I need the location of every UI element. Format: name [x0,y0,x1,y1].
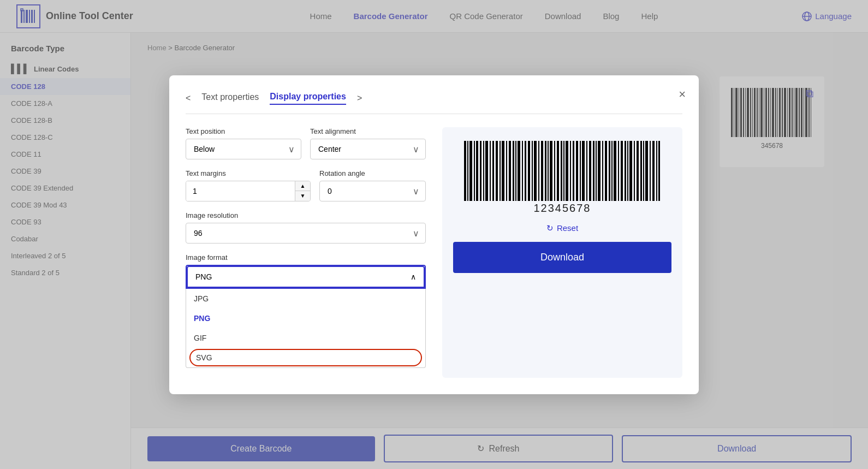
svg-rect-57 [500,141,501,201]
svg-rect-107 [658,141,660,201]
text-position-label: Text position [186,127,301,135]
svg-rect-58 [502,141,504,201]
modal-body: Text position Above Below None Text alig… [186,127,682,378]
svg-rect-75 [557,141,559,201]
svg-rect-90 [605,141,607,201]
image-resolution-select[interactable]: 96 150 300 [186,223,426,244]
image-resolution-select-wrapper: 96 150 300 [186,223,426,244]
image-format-open-trigger[interactable]: PNG ∧ [187,266,425,288]
svg-rect-60 [509,141,511,201]
format-option-gif[interactable]: GIF [186,328,425,348]
svg-rect-47 [467,141,468,201]
svg-rect-56 [496,141,498,201]
modal-prev-arrow[interactable]: < [186,93,191,103]
svg-rect-74 [554,141,555,201]
rotation-angle-group: Rotation angle 0 90 180 270 [319,169,426,201]
modal-overlay[interactable]: < Text properties Display properties > ×… [0,0,868,469]
svg-rect-96 [625,141,626,201]
svg-rect-55 [492,141,494,201]
svg-rect-91 [609,141,610,201]
tab-text-properties[interactable]: Text properties [201,92,259,104]
svg-rect-83 [582,141,585,201]
svg-rect-53 [485,141,488,201]
format-option-svg[interactable]: SVG [191,350,421,365]
reset-label: Reset [557,223,578,233]
image-resolution-label: Image resolution [186,211,426,219]
text-position-select-wrapper: Above Below None [186,139,301,159]
tab-display-properties[interactable]: Display properties [270,92,346,105]
svg-rect-84 [586,141,587,201]
form-row-2: Text margins ▲ ▼ Rotation angle [186,169,426,211]
svg-rect-73 [550,141,552,201]
barcode-preview-container: 12345678 [459,138,666,215]
modal-form: Text position Above Below None Text alig… [186,127,426,378]
svg-rect-97 [627,141,628,201]
svg-rect-63 [518,141,520,201]
svg-rect-94 [618,141,619,201]
text-margins-group: Text margins ▲ ▼ [186,169,311,201]
svg-rect-78 [566,141,568,201]
format-option-svg-wrapper: SVG [186,348,425,367]
modal: < Text properties Display properties > ×… [169,75,699,394]
svg-rect-87 [596,141,597,201]
svg-rect-50 [476,141,478,201]
image-format-group: Image format PNG ∧ JPG PNG GIF SVG [186,253,426,368]
svg-rect-80 [573,141,574,201]
svg-rect-76 [561,141,562,201]
svg-rect-79 [570,141,571,201]
svg-rect-82 [580,141,581,201]
svg-rect-59 [506,141,507,201]
svg-rect-66 [528,141,530,201]
svg-rect-65 [525,141,526,201]
image-format-select-open: PNG ∧ [186,265,426,289]
svg-rect-105 [652,141,655,201]
svg-rect-81 [576,141,578,201]
svg-text:12345678: 12345678 [534,202,591,214]
svg-rect-104 [650,141,651,201]
svg-rect-68 [534,141,537,201]
svg-rect-88 [598,141,601,201]
svg-rect-95 [621,141,623,201]
svg-rect-102 [643,141,644,201]
svg-rect-48 [469,141,472,201]
svg-rect-98 [629,141,632,201]
svg-rect-52 [483,141,484,201]
text-position-select[interactable]: Above Below None [186,139,301,159]
text-alignment-select[interactable]: Left Center Right [310,139,426,159]
svg-rect-72 [548,141,549,201]
text-alignment-label: Text alignment [310,127,426,135]
svg-rect-77 [563,141,564,201]
format-option-png[interactable]: PNG [186,308,425,328]
svg-rect-92 [611,141,613,201]
svg-rect-99 [634,141,635,201]
rotation-angle-label: Rotation angle [319,169,426,177]
image-format-dropdown: JPG PNG GIF SVG [186,289,426,368]
svg-rect-71 [545,141,546,201]
rotation-angle-select[interactable]: 0 90 180 270 [319,181,426,201]
svg-rect-64 [522,141,523,201]
svg-rect-86 [593,141,594,201]
svg-rect-100 [637,141,639,201]
image-resolution-group: Image resolution 96 150 300 [186,211,426,244]
format-option-jpg[interactable]: JPG [186,289,425,308]
text-alignment-group: Text alignment Left Center Right [310,127,426,159]
text-margins-stepper: ▲ ▼ [186,181,311,201]
stepper-up-button[interactable]: ▲ [295,181,310,192]
modal-close-button[interactable]: × [679,87,686,102]
svg-rect-93 [614,141,616,201]
text-alignment-select-wrapper: Left Center Right [310,139,426,159]
svg-rect-101 [640,141,642,201]
barcode-preview-svg: 12345678 [459,138,666,215]
svg-rect-51 [480,141,481,201]
text-margins-input[interactable] [186,181,295,201]
stepper-down-button[interactable]: ▼ [295,191,310,201]
svg-rect-54 [490,141,491,201]
svg-rect-62 [515,141,516,201]
rotation-angle-select-wrapper: 0 90 180 270 [319,181,426,201]
modal-next-arrow[interactable]: > [357,93,362,103]
svg-rect-49 [474,141,475,201]
chevron-up-icon: ∧ [411,272,416,281]
stepper-buttons: ▲ ▼ [295,181,310,201]
download-modal-button[interactable]: Download [453,242,671,273]
reset-button[interactable]: ↻ Reset [546,223,578,233]
